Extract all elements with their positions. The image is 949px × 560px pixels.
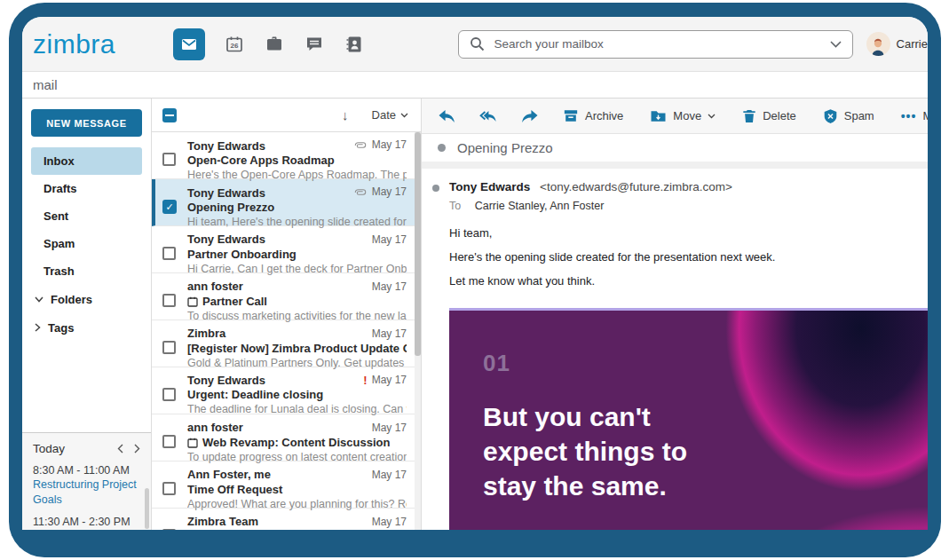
message-date: May 17 <box>372 516 407 529</box>
main-area: NEW MESSAGE Inbox Drafts Sent Spam Trash… <box>22 99 928 530</box>
presentation-slide-image[interactable]: 01 But you can't expect things to stay t… <box>449 308 928 530</box>
new-message-button[interactable]: NEW MESSAGE <box>31 109 142 137</box>
message-snippet: The deadline for Lunala deal is closing.… <box>187 402 407 417</box>
row-checkbox[interactable] <box>162 388 176 401</box>
reply-button[interactable] <box>438 107 455 125</box>
screenshot-canvas: zimbra 26 <box>0 0 949 560</box>
sender-email: <tony.edwards@future.zimbra.com> <box>540 180 732 193</box>
message-snippet: Hi team, Here's the opening slide create… <box>187 215 407 230</box>
briefcase-app-button[interactable] <box>264 34 285 55</box>
calendar-app-button[interactable]: 26 <box>224 34 245 55</box>
sidebar-item-sent[interactable]: Sent <box>31 202 142 230</box>
message-date: May 17 <box>372 233 407 247</box>
account-name-label: Carrie <box>897 37 928 51</box>
calendar-icon: 26 <box>225 35 244 54</box>
agenda-scrollbar[interactable] <box>145 488 149 529</box>
message-date: May 17 <box>372 469 407 482</box>
message-date: May 17 <box>372 327 407 341</box>
message-row-selected[interactable]: ✓ Tony Edwards May 17 Opening Prezzo Hi … <box>152 179 421 226</box>
attachment-icon <box>353 140 368 150</box>
user-avatar <box>866 32 890 56</box>
sidebar-item-spam[interactable]: Spam <box>31 230 142 257</box>
message-sender: Ann Foster, me <box>187 468 271 481</box>
agenda-event[interactable]: 11:30 AM - 2:30 PM Update: EMEA <box>33 515 140 530</box>
message-row[interactable]: Tony Edwards May 17 Open-Core Apps Roadm… <box>152 132 421 179</box>
sidebar-group-folders[interactable]: Folders <box>31 285 142 313</box>
archive-button[interactable]: Archive <box>563 108 623 123</box>
message-subject: Web Revamp: Content Discussion <box>202 435 390 450</box>
message-sender: Tony Edwards <box>187 233 265 246</box>
row-checkbox[interactable] <box>162 294 176 307</box>
reply-icon <box>438 108 455 124</box>
trash-icon <box>742 108 756 124</box>
reply-all-button[interactable] <box>479 107 497 125</box>
move-button[interactable]: Move <box>650 109 716 123</box>
search-box[interactable] <box>458 30 853 59</box>
message-list-scrollbar-thumb[interactable] <box>415 132 421 356</box>
message-row[interactable]: Tony Edwards May 17 Partner Onboarding H… <box>152 226 421 273</box>
delete-label: Delete <box>763 109 796 122</box>
move-label: Move <box>673 109 701 122</box>
sort-by-dropdown[interactable]: Date <box>372 108 408 122</box>
delete-button[interactable]: Delete <box>742 108 796 124</box>
message-subject: Opening Prezzo <box>187 200 274 215</box>
message-sender: Tony Edwards <box>187 186 265 200</box>
body-paragraph: Here's the opening slide created for the… <box>449 250 912 264</box>
chevron-down-icon <box>708 114 716 119</box>
sidebar-group-label: Tags <box>48 321 74 335</box>
chat-icon <box>304 35 324 54</box>
agenda-event-title[interactable]: Restructuring Project Goals <box>33 477 140 507</box>
agenda-event[interactable]: 8:30 AM - 11:00 AM Restructuring Project… <box>33 463 140 507</box>
reply-all-icon <box>479 108 497 124</box>
account-menu[interactable]: Carrie <box>866 32 928 56</box>
row-checkbox[interactable] <box>162 482 176 495</box>
chevron-right-icon <box>35 323 41 332</box>
row-checkbox[interactable] <box>162 435 176 448</box>
row-checkbox[interactable] <box>162 529 176 530</box>
message-row[interactable]: ann foster May 17 Partner Call To discus… <box>152 273 421 320</box>
recipients: Carrie Stanley, Ann Foster <box>475 200 605 212</box>
calendar-invite-icon <box>187 438 198 448</box>
agenda-event-title[interactable]: Update: EMEA <box>33 529 140 530</box>
message-row[interactable]: ann foster May 17 Web Revamp: Content Di… <box>152 414 421 461</box>
contacts-app-button[interactable] <box>344 34 365 55</box>
row-checkbox[interactable] <box>162 247 176 260</box>
message-rows: Tony Edwards May 17 Open-Core Apps Roadm… <box>152 132 421 530</box>
message-date: May 17 <box>372 185 407 199</box>
conversation-subject: Opening Prezzo <box>457 140 553 155</box>
sort-direction-icon[interactable]: ↓ <box>342 107 349 122</box>
message-row[interactable]: Zimbra May 17 [Register Now] Zimbra Prod… <box>152 320 421 367</box>
message-subject: [Register Now] Zimbra Product Update C..… <box>187 341 407 356</box>
row-checkbox[interactable] <box>162 153 176 166</box>
message-header[interactable]: Tony Edwards <tony.edwards@future.zimbra… <box>422 169 928 212</box>
message-snippet: Approved! What are you planning for this… <box>187 497 407 512</box>
archive-icon <box>563 108 579 123</box>
search-input[interactable] <box>494 37 820 51</box>
agenda-prev-icon[interactable] <box>117 444 123 454</box>
agenda-event-time: 8:30 AM - 11:00 AM <box>33 463 140 477</box>
agenda-next-icon[interactable] <box>134 444 140 454</box>
calendar-invite-icon <box>187 296 198 307</box>
message-sender: Zimbra Team <box>187 515 258 528</box>
spam-shield-icon <box>823 108 838 124</box>
message-body: Hi team, Here's the opening slide create… <box>422 212 928 298</box>
spam-button[interactable]: Spam <box>823 108 874 124</box>
message-sender: Tony Edwards <box>187 374 265 387</box>
message-date: May 17 <box>372 374 407 387</box>
message-row[interactable]: Ann Foster, me May 17 Time Off Request A… <box>152 461 421 509</box>
sidebar-group-tags[interactable]: Tags <box>31 313 142 342</box>
message-snippet: To discuss marketing activities for the … <box>187 309 407 324</box>
message-row[interactable]: Tony Edwards ! May 17 Urgent: Deadline c… <box>152 367 421 414</box>
more-button[interactable]: ••• More <box>901 109 928 123</box>
sidebar-item-trash[interactable]: Trash <box>31 257 142 285</box>
sidebar-item-drafts[interactable]: Drafts <box>31 175 142 202</box>
row-checkbox-checked[interactable]: ✓ <box>162 200 177 214</box>
select-all-checkbox[interactable] <box>162 108 177 122</box>
forward-button[interactable] <box>521 107 539 125</box>
row-checkbox[interactable] <box>162 341 176 354</box>
chat-app-button[interactable] <box>304 34 325 55</box>
search-dropdown-chevron-icon[interactable] <box>830 41 842 48</box>
sidebar-item-inbox[interactable]: Inbox <box>31 147 142 175</box>
reading-pane: Archive Move Delete Spam <box>422 99 928 530</box>
mail-app-button[interactable] <box>173 28 205 60</box>
